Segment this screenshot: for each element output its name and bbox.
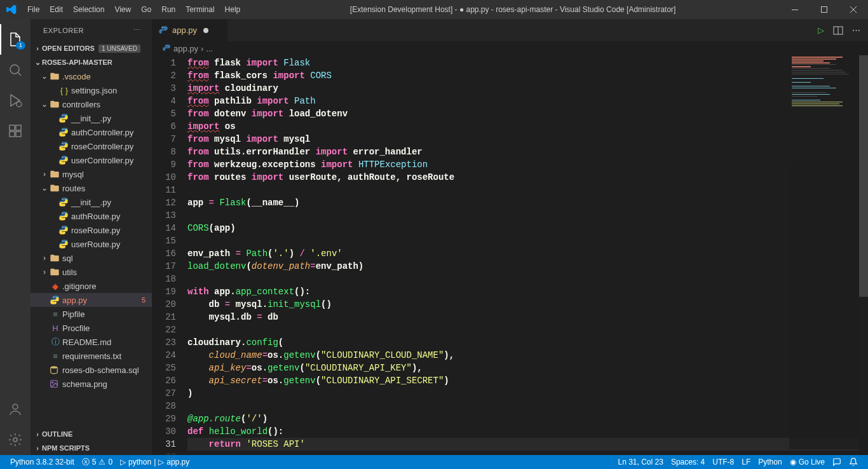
code-line-31[interactable]: return 'ROSES API' (187, 438, 868, 451)
open-editors-section[interactable]: › OPEN EDITORS 1 UNSAVED (31, 41, 152, 55)
code-line-16[interactable]: env_path = Path('.') / '.env' (187, 247, 868, 260)
file---init---py[interactable]: __init__.py (31, 111, 152, 125)
menu-run[interactable]: Run (156, 0, 180, 19)
code-line-8[interactable]: from utils.errorHandler import error_han… (187, 146, 868, 158)
code-content[interactable]: from flask import Flaskfrom flask_cors i… (187, 55, 868, 455)
close-button[interactable] (839, 0, 868, 19)
file-userroute-py[interactable]: userRoute.py (31, 237, 152, 251)
file-settings-json[interactable]: { }settings.json (31, 83, 152, 97)
file-schema-png[interactable]: schema.png (31, 377, 152, 391)
code-line-12[interactable]: app = Flask(__name__) (187, 196, 868, 209)
code-line-23[interactable]: cloudinary.config( (187, 336, 868, 349)
code-line-2[interactable]: from flask_cors import CORS (187, 69, 868, 82)
tree-item-label: authRoute.py (71, 212, 120, 221)
file-requirements-txt[interactable]: ≡requirements.txt (31, 349, 152, 363)
folder-mysql[interactable]: ›mysql (31, 167, 152, 181)
explorer-activity[interactable]: 1 (0, 24, 31, 55)
problems-status[interactable]: ⓧ5 ⚠0 (78, 457, 116, 468)
minimize-button[interactable] (780, 0, 810, 19)
code-line-1[interactable]: from flask import Flask (187, 57, 868, 69)
file-pipfile[interactable]: ≡Pipfile (31, 307, 152, 321)
file-readme-md[interactable]: ⓘREADME.md (31, 335, 152, 349)
tab-app-py[interactable]: app.py (152, 19, 228, 41)
code-line-10[interactable]: from routes import userRoute, authRoute,… (187, 171, 868, 184)
svg-point-16 (62, 157, 62, 158)
maximize-button[interactable] (810, 0, 839, 19)
code-line-15[interactable] (187, 234, 868, 247)
extensions-activity[interactable] (0, 116, 31, 146)
code-line-4[interactable]: from pathlib import Path (187, 95, 868, 107)
eol[interactable]: LF (738, 458, 754, 466)
breadcrumbs[interactable]: app.py › ... (152, 41, 868, 55)
run-activity[interactable] (0, 85, 31, 116)
more-actions-icon[interactable]: ⋯ (133, 26, 141, 34)
code-line-20[interactable]: db = mysql.init_mysql() (187, 298, 868, 311)
code-line-6[interactable]: import os (187, 120, 868, 133)
language-mode[interactable]: Python (754, 458, 785, 466)
indentation[interactable]: Spaces: 4 (667, 458, 709, 466)
file-authcontroller-py[interactable]: authController.py (31, 125, 152, 139)
outline-section[interactable]: › OUTLINE (31, 427, 152, 441)
code-line-18[interactable] (187, 273, 868, 285)
menu-help[interactable]: Help (220, 0, 246, 19)
code-line-28[interactable] (187, 400, 868, 412)
file-roses-db-schema-sql[interactable]: roses-db-schema.sql (31, 363, 152, 377)
feedback-icon[interactable] (829, 458, 845, 466)
code-line-25[interactable]: api_key=os.getenv("CLOUDINARY_API_KEY"), (187, 362, 868, 374)
search-activity[interactable] (0, 55, 31, 85)
code-line-3[interactable]: import cloudinary (187, 82, 868, 95)
folder-root-section[interactable]: ⌄ ROSES-API-MASTER (31, 55, 152, 69)
npm-scripts-section[interactable]: › NPM SCRIPTS (31, 441, 152, 455)
code-line-17[interactable]: load_dotenv(dotenv_path=env_path) (187, 260, 868, 273)
notifications-icon[interactable] (845, 458, 862, 466)
file-usercontroller-py[interactable]: userController.py (31, 153, 152, 167)
python-interpreter[interactable]: Python 3.8.2 32-bit (6, 458, 78, 466)
code-line-22[interactable] (187, 323, 868, 336)
menu-selection[interactable]: Selection (68, 0, 109, 19)
settings-activity[interactable] (0, 425, 31, 455)
split-editor-icon[interactable] (833, 25, 843, 36)
menu-terminal[interactable]: Terminal (180, 0, 219, 19)
code-line-24[interactable]: cloud_name=os.getenv("CLOUDINARY_CLOUD_N… (187, 349, 868, 362)
cursor-position[interactable]: Ln 31, Col 23 (614, 458, 667, 466)
encoding[interactable]: UTF-8 (709, 458, 738, 466)
more-actions-icon[interactable]: ⋯ (852, 25, 860, 35)
folder-sql[interactable]: ›sql (31, 251, 152, 265)
code-line-21[interactable]: mysql.db = db (187, 311, 868, 323)
menu-edit[interactable]: Edit (44, 0, 68, 19)
code-line-30[interactable]: def hello_world(): (187, 425, 868, 438)
folder-routes[interactable]: ⌄routes (31, 181, 152, 195)
file--gitignore[interactable]: ◆.gitignore (31, 279, 152, 293)
file-procfile[interactable]: HProcfile (31, 321, 152, 335)
scrollbar-thumb[interactable] (859, 55, 868, 297)
menu-view[interactable]: View (109, 0, 136, 19)
code-line-7[interactable]: from mysql import mysql (187, 133, 868, 146)
code-line-29[interactable]: @app.route('/') (187, 412, 868, 425)
go-live[interactable]: ◉ Go Live (786, 458, 829, 466)
code-editor[interactable]: 1234567891011121314151617181920212223242… (152, 55, 868, 455)
accounts-activity[interactable] (0, 394, 31, 425)
code-line-11[interactable] (187, 184, 868, 196)
code-line-26[interactable]: api_secret=os.getenv("CLOUDINARY_API_SEC… (187, 374, 868, 387)
folder--vscode[interactable]: ⌄.vscode (31, 69, 152, 83)
file---init---py[interactable]: __init__.py (31, 195, 152, 209)
vertical-scrollbar[interactable] (859, 55, 868, 455)
file-authroute-py[interactable]: authRoute.py (31, 209, 152, 223)
folder-utils[interactable]: ›utils (31, 265, 152, 279)
code-line-27[interactable]: ) (187, 387, 868, 400)
code-line-19[interactable]: with app.app_context(): (187, 285, 868, 298)
file-rosecontroller-py[interactable]: roseController.py (31, 139, 152, 153)
minimap[interactable] (789, 55, 859, 449)
code-line-9[interactable]: from werkzeug.exceptions import HTTPExce… (187, 158, 868, 171)
folder-controllers[interactable]: ⌄controllers (31, 97, 152, 111)
code-line-13[interactable] (187, 209, 868, 222)
code-line-14[interactable]: CORS(app) (187, 222, 868, 234)
menu-go[interactable]: Go (136, 0, 156, 19)
file-app-py[interactable]: app.py5 (31, 293, 152, 307)
run-code-icon[interactable]: ▷ (818, 25, 824, 35)
svg-point-20 (62, 213, 62, 214)
python-icon (158, 25, 168, 36)
file-roseroute-py[interactable]: roseRoute.py (31, 223, 152, 237)
code-line-5[interactable]: from dotenv import load_dotenv (187, 107, 868, 120)
menu-file[interactable]: File (22, 0, 44, 19)
